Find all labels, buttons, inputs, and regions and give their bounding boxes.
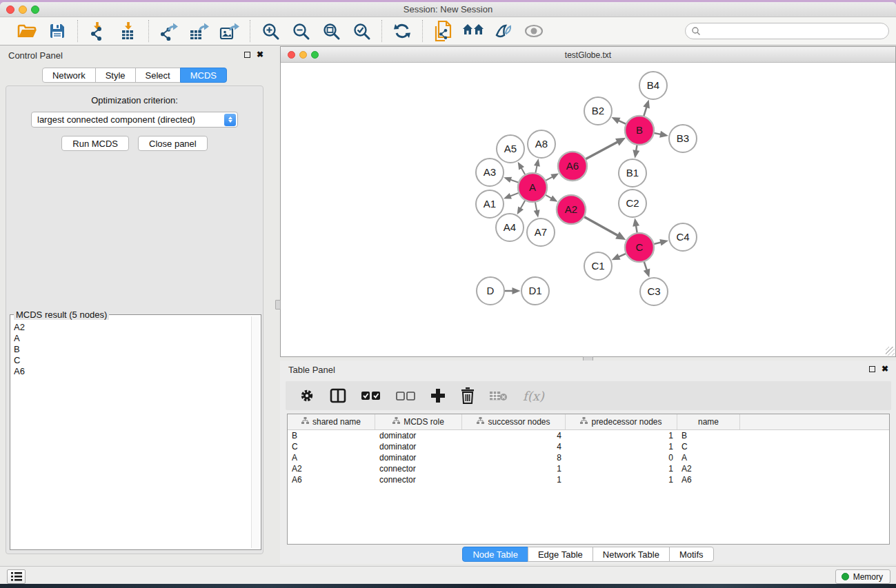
svg-text:C: C (636, 241, 644, 253)
deselect-all-columns-icon[interactable] (396, 391, 415, 401)
graph-node-A5[interactable]: A5 (497, 135, 524, 163)
result-list-item[interactable]: C (14, 355, 250, 366)
graph-node-A6[interactable]: A6 (558, 152, 587, 181)
main-toolbar (0, 17, 896, 45)
zoom-selected-icon[interactable] (351, 21, 372, 41)
graph-node-C2[interactable]: C2 (619, 190, 646, 217)
graph-node-B1[interactable]: B1 (619, 159, 646, 187)
graph-node-C[interactable]: C (625, 233, 654, 262)
style-preview-icon[interactable] (493, 21, 514, 41)
export-image-icon[interactable] (219, 21, 240, 41)
network-canvas[interactable]: B4B2BB3A8A5A6A3B1AC2A1A2A4A7C4CC1DD1C3 (281, 63, 895, 356)
optimization-criterion-select[interactable]: largest connected component (directed) (31, 112, 238, 128)
graph-node-B4[interactable]: B4 (639, 72, 667, 99)
graph-node-B2[interactable]: B2 (584, 97, 612, 125)
task-history-button[interactable] (7, 569, 26, 584)
column-header-name[interactable]: name (677, 414, 740, 429)
run-mcds-button[interactable]: Run MCDS (61, 136, 129, 151)
graph-node-D[interactable]: D (477, 277, 504, 305)
column-header-MCDS-role[interactable]: MCDS role (375, 414, 462, 429)
result-list-item[interactable]: A6 (14, 366, 250, 377)
search-input[interactable] (685, 23, 889, 39)
table-row[interactable]: A2connector11A2 (288, 463, 889, 474)
delete-table-icon (490, 390, 508, 401)
tab-mcds[interactable]: MCDS (180, 68, 227, 83)
graph-node-A[interactable]: A (518, 173, 547, 202)
table-panel-title: Table Panel (288, 365, 335, 375)
graph-node-A3[interactable]: A3 (476, 159, 504, 186)
graph-node-D1[interactable]: D1 (521, 277, 549, 305)
status-bar: Memory (0, 566, 896, 584)
float-panel-icon[interactable] (244, 52, 250, 58)
tab-select[interactable]: Select (135, 68, 181, 83)
table-cell: connector (375, 464, 462, 474)
table-cell: A6 (677, 475, 740, 485)
table-cell: C (288, 442, 375, 452)
graph-node-A4[interactable]: A4 (496, 214, 524, 241)
column-header-predecessor-nodes[interactable]: predecessor nodes (566, 414, 677, 429)
control-panel-tabs: NetworkStyleSelectMCDS (0, 68, 269, 83)
import-network-icon[interactable] (88, 21, 108, 41)
graph-node-C4[interactable]: C4 (669, 223, 697, 251)
export-network-icon[interactable] (159, 21, 179, 41)
graph-node-A1[interactable]: A1 (476, 190, 504, 218)
mcds-result-list[interactable]: A2ABCA6 (14, 322, 250, 547)
close-table-panel-icon[interactable]: ✖ (882, 365, 888, 372)
close-panel-icon[interactable]: ✖ (257, 51, 263, 58)
table-row[interactable]: Adominator80A (288, 452, 889, 463)
graph-node-C1[interactable]: C1 (584, 252, 612, 280)
result-list-item[interactable]: A2 (14, 322, 250, 333)
table-cell: A6 (288, 475, 375, 485)
home-icon[interactable] (463, 21, 484, 41)
zoom-out-icon[interactable] (290, 21, 311, 41)
tab-style[interactable]: Style (95, 68, 136, 83)
add-column-icon[interactable] (430, 388, 446, 403)
graph-node-A2[interactable]: A2 (557, 195, 586, 224)
column-header-successor-nodes[interactable]: successor nodes (462, 414, 566, 429)
tab-edge-table[interactable]: Edge Table (528, 547, 593, 562)
tab-node-table[interactable]: Node Table (462, 547, 528, 562)
table-row[interactable]: Bdominator41B (288, 430, 889, 441)
table-cell: A (288, 453, 375, 463)
export-table-icon[interactable] (189, 21, 210, 41)
graph-node-A7[interactable]: A7 (527, 219, 555, 246)
table-row[interactable]: Cdominator41C (288, 441, 889, 452)
graph-node-A8[interactable]: A8 (528, 130, 555, 158)
result-list-item[interactable]: B (14, 344, 250, 355)
refresh-layout-icon[interactable] (392, 21, 412, 41)
tab-motifs[interactable]: Motifs (669, 547, 714, 562)
table-cell: A (677, 453, 740, 463)
network-file-icon[interactable] (432, 21, 453, 41)
graph-node-C3[interactable]: C3 (640, 278, 668, 305)
graph-node-B[interactable]: B (625, 116, 654, 145)
table-row[interactable]: A6connector11A6 (288, 474, 889, 485)
zoom-in-icon[interactable] (260, 21, 281, 41)
close-panel-button[interactable]: Close panel (138, 136, 208, 151)
tab-network-table[interactable]: Network Table (593, 547, 670, 562)
vertical-splitter-handle[interactable] (275, 300, 281, 310)
column-header-shared-name[interactable]: shared name (288, 414, 375, 429)
table-cell: 1 (566, 431, 677, 440)
network-view-window: testGlobe.txt B4B2BB3A8A5A6A3B1AC2A1A2A4… (280, 46, 896, 357)
resize-grip-icon[interactable] (886, 347, 895, 356)
table-cell: 8 (462, 453, 566, 463)
settings-gear-icon[interactable] (299, 388, 315, 403)
table-cell: C (677, 442, 740, 452)
zoom-fit-icon[interactable] (321, 21, 341, 41)
open-session-icon[interactable] (17, 21, 37, 41)
split-columns-icon[interactable] (330, 388, 346, 403)
node-table[interactable]: shared nameMCDS rolesuccessor nodesprede… (287, 414, 890, 545)
memory-button[interactable]: Memory (835, 569, 890, 584)
delete-column-icon[interactable] (461, 387, 475, 404)
float-table-panel-icon[interactable] (869, 366, 875, 372)
result-list-item[interactable]: A (14, 333, 250, 344)
tab-network[interactable]: Network (42, 68, 96, 83)
save-session-icon[interactable] (47, 21, 68, 41)
graph-node-B3[interactable]: B3 (669, 125, 697, 152)
svg-text:C1: C1 (591, 260, 604, 272)
mcds-result-box: MCDS result (5 nodes) A2ABCA6 (10, 314, 261, 550)
result-scrollbar[interactable] (251, 316, 259, 548)
select-all-columns-icon[interactable] (361, 391, 381, 401)
window-titlebar: Session: New Session (0, 2, 896, 17)
import-table-icon[interactable] (118, 21, 139, 41)
